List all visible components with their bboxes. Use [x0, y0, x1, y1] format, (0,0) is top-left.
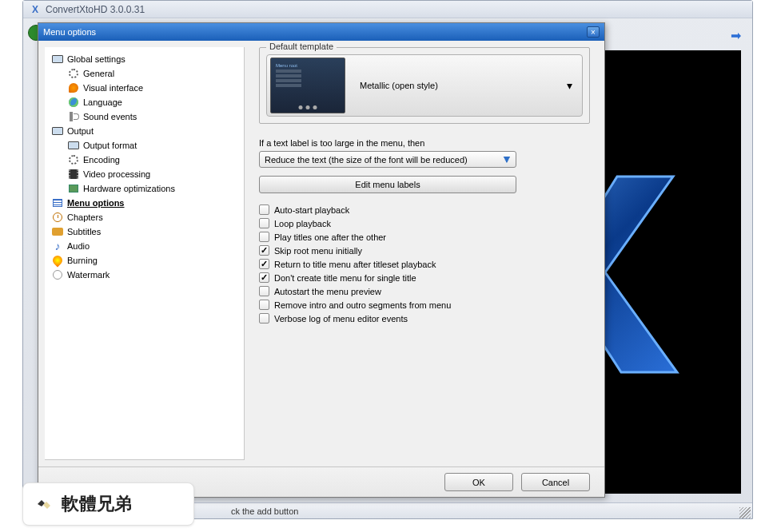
checkbox-row: Don't create title menu for single title [259, 272, 590, 283]
clock-icon [51, 211, 64, 224]
tree-item-general[interactable]: General [48, 66, 241, 81]
tree-label: Encoding [83, 155, 120, 165]
dialog-body: Global settingsGeneralVisual interfaceLa… [38, 41, 604, 466]
checkbox[interactable] [259, 218, 269, 228]
text-overflow-select[interactable]: Reduce the text (the size of the font wi… [259, 151, 516, 168]
checkbox-row: Play titles one after the other [259, 232, 590, 242]
app-icon: X [30, 4, 41, 15]
ok-button[interactable]: OK [444, 473, 513, 491]
water-icon [51, 268, 64, 281]
checkbox-row: Loop playback [259, 218, 590, 228]
checkbox-label[interactable]: Remove intro and outro segments from men… [274, 300, 451, 310]
tree-label: Output [67, 126, 94, 136]
template-name: Metallic (open style) [360, 81, 567, 90]
burn-icon [51, 254, 64, 267]
default-template-fieldset: Default template Menu root Metallic (ope… [259, 47, 590, 124]
checkbox[interactable] [259, 300, 269, 310]
cancel-label: Cancel [542, 478, 569, 487]
watermark-text: 軟體兄弟 [62, 492, 132, 516]
template-thumbnail: Menu root [270, 58, 345, 113]
forward-arrow-icon[interactable]: ➡ [731, 28, 741, 43]
tree-label: Visual interface [83, 83, 143, 93]
palette-icon [67, 81, 80, 94]
watermark-badge: 軟體兄弟 [22, 482, 194, 526]
cancel-button[interactable]: Cancel [521, 473, 590, 491]
tree-item-encoding[interactable]: Encoding [48, 153, 241, 167]
tree-item-global-settings[interactable]: Global settings [48, 52, 241, 66]
tree-label: Hardware optimizations [83, 184, 175, 193]
tree-label: Language [83, 97, 122, 107]
tree-item-output-format[interactable]: Output format [48, 138, 241, 153]
tree-item-output[interactable]: Output [48, 124, 241, 138]
checkbox-row: Skip root menu initially [259, 245, 590, 256]
checkbox[interactable] [259, 313, 269, 324]
tree-label: Sound events [83, 112, 137, 121]
tree-item-video-processing[interactable]: Video processing [48, 167, 241, 181]
subtitle-icon [51, 225, 64, 238]
checkbox[interactable] [259, 204, 269, 215]
checkbox-row: Return to title menu after titleset play… [259, 259, 590, 269]
dialog-close-button[interactable]: × [587, 26, 600, 38]
tree-label: Subtitles [67, 227, 101, 236]
chevron-down-icon: ⯆ [503, 155, 511, 164]
monitor-icon [67, 139, 80, 152]
tree-item-chapters[interactable]: Chapters [48, 210, 241, 224]
resize-grip[interactable] [739, 507, 751, 518]
globe-icon [67, 96, 80, 109]
tree-label: Video processing [83, 169, 150, 179]
tree-label: Watermark [67, 270, 110, 280]
checkbox-label[interactable]: Return to title menu after titleset play… [274, 260, 436, 269]
tree-item-watermark[interactable]: Watermark [48, 268, 241, 282]
checkbox-label[interactable]: Auto-start playback [274, 205, 349, 215]
gear-icon [67, 67, 80, 80]
monitor-icon [51, 125, 64, 137]
monitor-icon [51, 53, 64, 66]
tree-label: Burning [67, 256, 98, 265]
checkbox-label[interactable]: Verbose log of menu editor events [274, 314, 408, 324]
hw-icon [67, 182, 80, 195]
options-dialog: Menu options × Global settingsGeneralVis… [38, 22, 605, 498]
checkbox-label[interactable]: Loop playback [274, 219, 331, 228]
tree-label: Output format [83, 141, 137, 150]
checkbox-group: Auto-start playbackLoop playbackPlay tit… [259, 204, 590, 324]
tree-item-hardware-optimizations[interactable]: Hardware optimizations [48, 181, 241, 196]
template-selector[interactable]: Menu root Metallic (open style) ▾ [266, 54, 583, 117]
template-dropdown-icon[interactable]: ▾ [567, 79, 579, 92]
checkbox[interactable] [259, 245, 269, 256]
checkbox[interactable] [259, 232, 269, 242]
main-titlebar[interactable]: X ConvertXtoHD 3.0.0.31 [23, 1, 752, 18]
checkbox[interactable] [259, 259, 269, 269]
checkbox-label[interactable]: Play titles one after the other [274, 232, 386, 242]
main-window-title: ConvertXtoHD 3.0.0.31 [46, 4, 145, 15]
close-icon: × [591, 28, 596, 37]
checkbox-label[interactable]: Don't create title menu for single title [274, 273, 416, 283]
tree-item-menu-options[interactable]: Menu options [48, 196, 241, 210]
tree-label: Audio [67, 241, 90, 251]
content-pane: Default template Menu root Metallic (ope… [245, 41, 604, 466]
tree-item-language[interactable]: Language [48, 95, 241, 109]
default-template-legend: Default template [266, 42, 337, 51]
note-icon: ♪ [51, 240, 64, 252]
dialog-title: Menu options [43, 27, 96, 37]
tree-label: Global settings [67, 54, 126, 64]
tree-item-audio[interactable]: ♪Audio [48, 239, 241, 253]
tree-label: Chapters [67, 212, 103, 222]
checkbox-row: Autostart the menu preview [259, 286, 590, 296]
settings-tree[interactable]: Global settingsGeneralVisual interfaceLa… [45, 47, 245, 460]
edit-menu-labels-text: Edit menu labels [355, 180, 420, 189]
tree-item-subtitles[interactable]: Subtitles [48, 224, 241, 239]
tree-label: Menu options [67, 198, 125, 208]
checkbox-row: Remove intro and outro segments from men… [259, 300, 590, 310]
tree-item-burning[interactable]: Burning [48, 253, 241, 268]
tree-item-sound-events[interactable]: Sound events [48, 109, 241, 124]
checkbox[interactable] [259, 272, 269, 283]
checkbox[interactable] [259, 286, 269, 296]
handshake-icon [34, 494, 54, 514]
checkbox-row: Auto-start playback [259, 204, 590, 215]
checkbox-label[interactable]: Skip root menu initially [274, 246, 362, 256]
edit-menu-labels-button[interactable]: Edit menu labels [259, 176, 516, 193]
checkbox-label[interactable]: Autostart the menu preview [274, 287, 381, 296]
dialog-titlebar[interactable]: Menu options × [38, 23, 604, 41]
menu-icon [51, 197, 64, 209]
tree-item-visual-interface[interactable]: Visual interface [48, 81, 241, 95]
